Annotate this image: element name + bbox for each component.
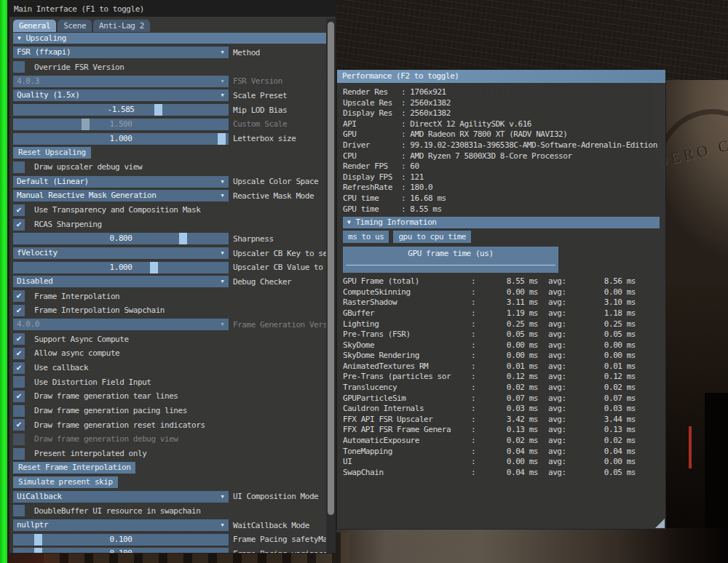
checkbox-allow-async-compute[interactable]: ✔	[13, 348, 25, 359]
info-value: AMD Ryzen 7 5800X3D 8-Core Processor	[410, 151, 571, 162]
timing-gap	[538, 276, 548, 287]
info-colon: :	[401, 151, 410, 162]
row-label: Draw frame generation pacing lines	[34, 406, 187, 415]
timing-avg-label: avg:	[548, 287, 574, 298]
slider-frame-pacing-safetymarg[interactable]: 0.100	[13, 534, 229, 546]
performance-window-titlebar[interactable]: Performance (F2 to toggle)	[337, 70, 665, 83]
timing-row: Lighting:0.25 msavg:0.25 ms	[343, 319, 660, 330]
button-ms-to-us[interactable]: ms to us	[343, 231, 389, 243]
info-colon: :	[401, 161, 410, 172]
info-line: Display FPS: 121	[343, 172, 660, 183]
combo-reactive-mask-mode[interactable]: Manual Reactive Mask Generation▼	[13, 190, 229, 201]
timing-information-header[interactable]: ▼ Timing Information	[343, 217, 660, 228]
resize-grip[interactable]	[655, 519, 665, 528]
timing-current: 0.05 ms	[477, 330, 538, 340]
checkbox-draw-frame-generation-reset-indicators[interactable]: ✔	[13, 419, 25, 431]
info-label: Render Res	[343, 87, 401, 98]
timing-gap	[538, 383, 548, 394]
checkbox-draw-upscaler-debug-view[interactable]	[13, 161, 25, 173]
timing-avg-label: avg:	[548, 447, 574, 458]
control-row: Override FSR Version	[13, 61, 327, 73]
timing-row: UI:0.00 msavg:0.00 ms	[343, 457, 660, 468]
timing-name: FFX API FSR Upscaler	[343, 415, 471, 426]
row-label: FSR Version	[233, 76, 282, 86]
info-value: 8.55 ms	[410, 204, 441, 215]
info-label: CPU time	[343, 193, 401, 204]
timing-avg: 0.00 ms	[574, 457, 636, 468]
slider-sharpness[interactable]: 0.800	[13, 233, 229, 244]
button-simulate-present-skip[interactable]: Simulate present skip	[13, 476, 118, 488]
button-reset-upscaling[interactable]: Reset Upscaling	[13, 147, 91, 159]
timing-avg: 0.02 ms	[574, 436, 636, 447]
timing-name: GPU Frame (total)	[343, 276, 471, 287]
timing-avg: 0.12 ms	[574, 372, 636, 383]
combo-frame-generation-versio[interactable]: 4.0.0▼	[13, 319, 229, 330]
tab-general[interactable]: General	[13, 20, 56, 32]
control-row: 0.100Frame Pacing varianceFa	[13, 548, 327, 553]
checkbox-override-fsr-version[interactable]	[13, 61, 25, 73]
timing-avg: 0.00 ms	[574, 287, 636, 298]
slider-value: 0.100	[13, 548, 229, 553]
check-icon: ✔	[17, 362, 22, 372]
checkbox-draw-frame-generation-debug-view[interactable]	[13, 434, 25, 445]
slider-frame-pacing-variancefa[interactable]: 0.100	[13, 548, 229, 553]
combo-method[interactable]: FSR (ffxapi)▼	[13, 47, 229, 58]
checkbox-rcas-sharpening[interactable]: ✔	[13, 219, 25, 231]
info-line: Render Res: 1706x921	[343, 87, 660, 98]
button-gpu-to-cpu-time[interactable]: gpu to cpu time	[393, 231, 471, 243]
tab-scene[interactable]: Scene	[58, 20, 92, 32]
combo-waitcallback-mode[interactable]: nullptr▼	[13, 519, 229, 531]
scrollbar-track[interactable]	[326, 18, 336, 553]
control-row: fVelocity▼Upscaler CB Key to set	[13, 247, 327, 259]
info-line: GPU time: 8.55 ms	[343, 204, 660, 215]
timing-colon: :	[471, 457, 477, 468]
checkbox-present-interpolated-only[interactable]	[13, 448, 25, 460]
slider-value: 1.000	[13, 262, 229, 273]
control-row: Quality (1.5x)▼Scale Preset	[13, 89, 327, 101]
slider-custom-scale[interactable]: 1.500	[13, 119, 229, 130]
checkbox-draw-frame-generation-tear-lines[interactable]: ✔	[13, 391, 25, 402]
timing-colon: :	[471, 383, 477, 394]
control-row: ✔Use callback	[13, 362, 327, 374]
checkbox-use-transparency-and-composition-mask[interactable]: ✔	[13, 204, 25, 216]
timing-name: Pre-Trans (FSR)	[343, 330, 471, 340]
checkbox-doublebuffer-ui-resource-in-swapchain[interactable]	[13, 505, 25, 516]
combo-upscale-color-space[interactable]: Default (Linear)▼	[13, 176, 229, 188]
timing-current: 8.55 ms	[477, 276, 538, 287]
row-label: Draw upscaler debug view	[34, 162, 142, 172]
slider-upscaler-cb-value-to-se[interactable]: 1.000	[13, 262, 229, 273]
checkbox-use-callback[interactable]: ✔	[13, 362, 25, 374]
tab-anti-lag-2[interactable]: Anti-Lag 2	[93, 20, 150, 32]
info-value: 16.68 ms	[410, 193, 446, 204]
combo-upscaler-cb-key-to-set[interactable]: fVelocity▼	[13, 247, 229, 259]
checkbox-draw-frame-generation-pacing-lines[interactable]	[13, 405, 25, 417]
combo-scale-preset[interactable]: Quality (1.5x)▼	[13, 89, 229, 101]
combo-ui-composition-mode[interactable]: UiCallback▼	[13, 491, 229, 503]
timing-colon: :	[471, 394, 477, 404]
timing-avg-label: avg:	[548, 404, 574, 415]
combo-fsr-version[interactable]: 4.0.3▼	[13, 76, 229, 87]
timing-row: SkyDome:0.00 msavg:0.00 ms	[343, 340, 660, 351]
scrollbar-thumb[interactable]	[328, 22, 334, 515]
info-label: GPU time	[343, 204, 401, 215]
chevron-down-icon: ▼	[216, 491, 229, 503]
timing-row: AnimatedTextures RM:0.01 msavg:0.01 ms	[343, 362, 660, 372]
checkbox-use-distortion-field-input[interactable]	[13, 376, 25, 388]
chevron-down-icon: ▼	[347, 217, 350, 228]
section-header-upscaling[interactable]: ▼Upscaling	[13, 33, 327, 44]
timing-avg: 0.05 ms	[574, 468, 636, 479]
timing-colon: :	[471, 340, 477, 351]
main-window-titlebar[interactable]: Main Interface (F1 to toggle)	[9, 2, 336, 17]
combo-debug-checker[interactable]: Disabled▼	[13, 276, 229, 287]
chevron-down-icon: ▼	[216, 47, 229, 58]
checkbox-frame-interpolation[interactable]: ✔	[13, 290, 25, 302]
slider-mip-lod-bias[interactable]: -1.585	[13, 104, 229, 116]
info-label: Display FPS	[343, 172, 401, 183]
control-row: nullptr▼WaitCallback Mode	[13, 519, 327, 531]
checkbox-support-async-compute[interactable]: ✔	[13, 333, 25, 345]
slider-letterbox-size[interactable]: 1.000	[13, 133, 229, 145]
timing-gap	[538, 372, 548, 383]
timing-colon: :	[471, 447, 477, 458]
button-reset-frame-interpolation[interactable]: Reset Frame Interpolation	[13, 462, 135, 474]
checkbox-frame-interpolation-swapchain[interactable]: ✔	[13, 305, 25, 316]
